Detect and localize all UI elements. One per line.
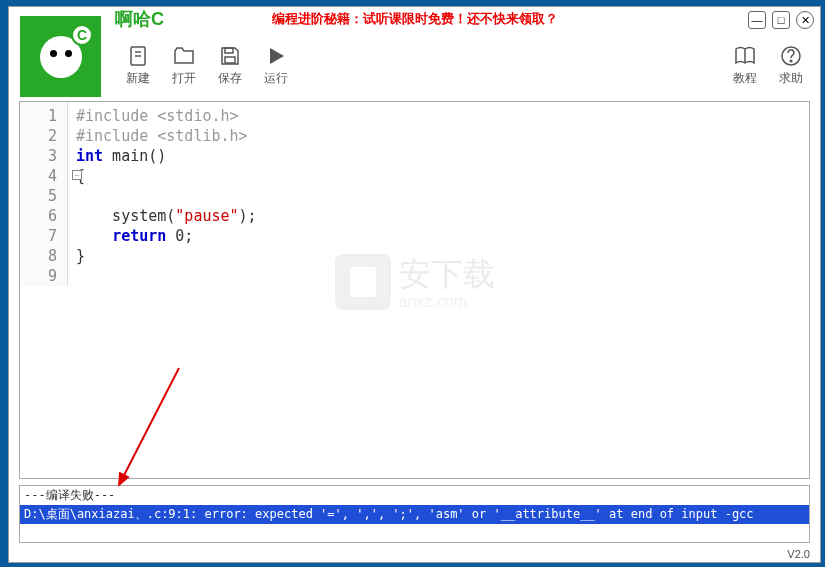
maximize-button[interactable]: □: [772, 11, 790, 29]
fold-marker[interactable]: −: [72, 170, 82, 180]
save-button[interactable]: 保存: [209, 44, 251, 87]
help-button[interactable]: 求助: [770, 44, 812, 87]
error-line-selected[interactable]: D:\桌面\anxiazai、.c:9:1: error: expected '…: [20, 505, 809, 524]
help-icon: [779, 44, 803, 68]
file-new-icon: [126, 44, 150, 68]
close-button[interactable]: ✕: [796, 11, 814, 29]
folder-open-icon: [172, 44, 196, 68]
code-line[interactable]: }: [76, 246, 257, 266]
open-button[interactable]: 打开: [163, 44, 205, 87]
promo-banner[interactable]: 编程进阶秘籍：试听课限时免费！还不快来领取？: [272, 10, 558, 28]
play-icon: [264, 44, 288, 68]
code-line[interactable]: {: [76, 166, 257, 186]
run-button[interactable]: 运行: [255, 44, 297, 87]
toolbar: 新建 打开 保存 运行 教程 求助: [109, 35, 820, 95]
save-icon: [218, 44, 242, 68]
titlebar: 啊哈C 编程进阶秘籍：试听课限时免费！还不快来领取？ — □ ✕: [9, 7, 820, 31]
app-title: 啊哈C: [115, 7, 164, 31]
code-line[interactable]: #include <stdlib.h>: [76, 126, 257, 146]
line-gutter: 123456789: [20, 102, 68, 286]
svg-point-7: [790, 60, 792, 62]
new-button[interactable]: 新建: [117, 44, 159, 87]
svg-rect-3: [225, 48, 233, 53]
code-area[interactable]: #include <stdio.h>#include <stdlib.h>int…: [68, 102, 257, 286]
code-line[interactable]: int main(): [76, 146, 257, 166]
code-line[interactable]: [76, 266, 257, 286]
minimize-button[interactable]: —: [748, 11, 766, 29]
svg-rect-4: [225, 57, 235, 63]
tutorial-button[interactable]: 教程: [724, 44, 766, 87]
code-line[interactable]: return 0;: [76, 226, 257, 246]
code-editor[interactable]: 123456789 #include <stdio.h>#include <st…: [19, 101, 810, 479]
output-panel[interactable]: ---编译失败--- D:\桌面\anxiazai、.c:9:1: error:…: [19, 485, 810, 543]
compile-status: ---编译失败---: [20, 486, 809, 505]
app-window: C 啊哈C 编程进阶秘籍：试听课限时免费！还不快来领取？ — □ ✕ 新建 打开…: [8, 6, 821, 563]
code-line[interactable]: #include <stdio.h>: [76, 106, 257, 126]
book-icon: [733, 44, 757, 68]
code-line[interactable]: system("pause");: [76, 206, 257, 226]
version-label: V2.0: [787, 548, 810, 560]
code-line[interactable]: [76, 186, 257, 206]
